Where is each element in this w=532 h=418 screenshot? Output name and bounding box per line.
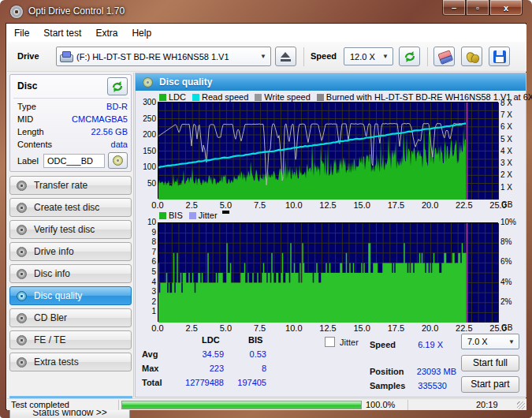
sidebar-item-create-test-disc[interactable]: Create test disc bbox=[9, 198, 132, 217]
stats-max-label: Max bbox=[142, 364, 158, 373]
menu-extra[interactable]: Extra bbox=[88, 25, 125, 41]
toolbar: Drive (F:) HL-DT-ST BD-RE WH16NS58 1.V1 … bbox=[7, 42, 526, 72]
axis-tick-label: 50 bbox=[136, 179, 156, 188]
axis-tick-label: 2 bbox=[136, 297, 156, 306]
eject-icon bbox=[281, 52, 291, 61]
axis-tick-label: 10% bbox=[500, 218, 516, 226]
axis-tick-label: 4% bbox=[500, 278, 512, 286]
sidebar-item-fe-te[interactable]: FE / TE bbox=[9, 330, 132, 349]
refresh-button[interactable] bbox=[399, 47, 420, 66]
stats-avg-label: Avg bbox=[142, 349, 158, 359]
drive-label: Drive bbox=[17, 51, 39, 61]
sidebar-item-extra-tests[interactable]: Extra tests bbox=[9, 353, 132, 371]
toolbar-separator bbox=[427, 47, 428, 66]
stats-col-ldc: LDC bbox=[202, 335, 220, 345]
disc-label-input[interactable] bbox=[43, 154, 105, 168]
disc-label-button[interactable] bbox=[108, 152, 128, 169]
axis-tick-label: 7.5 bbox=[254, 200, 266, 210]
speed-stat-label: Speed bbox=[370, 340, 396, 349]
chart2-plot bbox=[158, 222, 498, 322]
sidebar-item-transfer-rate[interactable]: Transfer rate bbox=[9, 176, 132, 195]
stats-total-ldc: 12779488 bbox=[175, 378, 224, 387]
eject-button[interactable] bbox=[275, 47, 296, 66]
jitter-checkbox[interactable] bbox=[325, 337, 335, 347]
sidebar-item-drive-info[interactable]: Drive info bbox=[9, 242, 132, 261]
jitter-checkbox-label: Jitter bbox=[340, 338, 359, 347]
cd-icon bbox=[17, 269, 27, 279]
axis-tick-label: 4 X bbox=[500, 147, 512, 155]
cd-icon bbox=[17, 291, 27, 301]
axis-tick-label: 10.0 bbox=[285, 323, 302, 333]
app-disc-icon bbox=[10, 6, 23, 18]
chart1-plot bbox=[158, 102, 498, 199]
eraser-icon bbox=[436, 49, 453, 64]
axis-tick-label: 5 X bbox=[500, 135, 512, 144]
menu-help[interactable]: Help bbox=[125, 25, 158, 41]
sidebar-item-cd-bler[interactable]: CD Bler bbox=[9, 308, 132, 327]
axis-tick-label: 2.5 bbox=[186, 323, 198, 333]
erase-disc-button[interactable] bbox=[433, 47, 455, 66]
axis-tick-label: 7.5 bbox=[254, 323, 266, 333]
position-stat-label: Position bbox=[370, 367, 404, 376]
sidebar-item-label: Disc info bbox=[34, 268, 70, 279]
disc-panel-title: Disc bbox=[17, 80, 37, 91]
disc-contents-value: data bbox=[111, 140, 128, 149]
minimize-button[interactable]: – bbox=[442, 0, 466, 16]
start-part-button[interactable]: Start part bbox=[461, 376, 519, 393]
samples-stat-value: 335530 bbox=[401, 381, 447, 390]
axis-tick-label: 10 bbox=[136, 218, 156, 226]
start-full-button[interactable]: Start full bbox=[461, 355, 519, 371]
menu-file[interactable]: File bbox=[7, 25, 36, 41]
chart1-legend: LDCRead speedWrite speedBurned with HL-D… bbox=[153, 92, 532, 102]
tools-button[interactable] bbox=[461, 47, 482, 66]
legend-swatch bbox=[317, 94, 324, 101]
sidebar-item-disc-info[interactable]: Disc info bbox=[9, 264, 132, 283]
elapsed-time: 20:19 bbox=[476, 400, 498, 409]
axis-tick-label: 1 bbox=[136, 307, 156, 315]
save-button[interactable] bbox=[489, 47, 510, 66]
stats-max-ldc: 223 bbox=[175, 364, 224, 373]
stats-max-bis: 8 bbox=[229, 364, 266, 373]
divider bbox=[407, 400, 408, 410]
resize-grip[interactable] bbox=[517, 401, 525, 409]
chevron-down-icon: ▼ bbox=[256, 53, 270, 60]
disc-refresh-button[interactable] bbox=[107, 77, 128, 95]
axis-tick-label: 17.5 bbox=[388, 200, 404, 210]
drive-select[interactable]: (F:) HL-DT-ST BD-RE WH16NS58 1.V1 ▼ bbox=[56, 47, 271, 66]
legend-label: Read speed bbox=[202, 92, 248, 102]
cd-icon bbox=[113, 155, 123, 166]
maximize-button[interactable]: ▫ bbox=[466, 0, 489, 16]
axis-tick-label: 200 bbox=[136, 130, 156, 139]
chevron-down-icon: ▼ bbox=[504, 338, 519, 345]
legend-swatch bbox=[192, 94, 199, 101]
axis-tick-label: 17.5 bbox=[388, 323, 404, 333]
test-speed-select[interactable]: 7.0 X ▼ bbox=[461, 334, 519, 349]
sidebar: Disc Type BD-R MID CMCMAGBA5 bbox=[7, 73, 134, 397]
sidebar-item-disc-quality[interactable]: Disc quality bbox=[9, 286, 132, 305]
save-floppy-icon bbox=[493, 50, 506, 63]
sidebar-item-verify-test-disc[interactable]: Verify test disc bbox=[9, 220, 132, 239]
menu-start-test[interactable]: Start test bbox=[36, 25, 88, 41]
axis-tick-label: 8 X bbox=[500, 99, 512, 107]
disc-label-label: Label bbox=[17, 156, 39, 166]
progress-bar bbox=[121, 401, 362, 409]
axis-tick-label: 6% bbox=[500, 257, 512, 266]
stats-area: LDC BIS Avg 34.59 0.53 Max 223 8 Total 1… bbox=[136, 334, 526, 397]
axis-tick-label: 22.5 bbox=[456, 200, 472, 210]
close-button[interactable]: x bbox=[489, 0, 523, 16]
cd-icon bbox=[17, 203, 27, 213]
sidebar-item-label: Disc quality bbox=[34, 290, 82, 301]
axis-tick-label: 12.5 bbox=[319, 200, 336, 210]
speed-label: Speed bbox=[311, 51, 337, 61]
disc-mid-label: MID bbox=[17, 114, 33, 124]
disc-info-panel: Disc Type BD-R MID CMCMAGBA5 bbox=[9, 74, 132, 172]
cd-icon bbox=[17, 225, 27, 235]
divider bbox=[118, 400, 119, 410]
title-bar[interactable]: Opti Drive Control 1.70 – ▫ x bbox=[0, 0, 532, 23]
legend-label: BIS bbox=[169, 211, 183, 220]
legend-label: LDC bbox=[169, 92, 186, 102]
speed-select[interactable]: 12.0 X ▼ bbox=[344, 47, 393, 65]
cd-icon bbox=[17, 247, 27, 257]
progress-percent: 100.0% bbox=[366, 400, 395, 409]
sidebar-item-label: Verify test disc bbox=[34, 224, 95, 235]
